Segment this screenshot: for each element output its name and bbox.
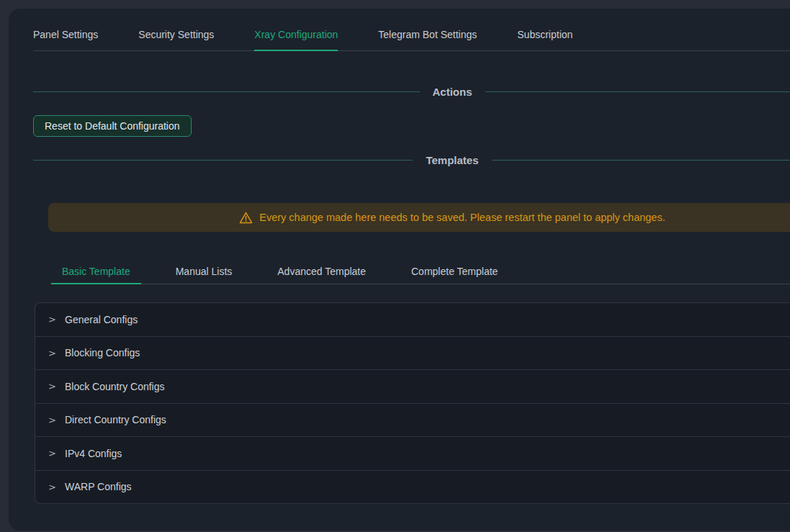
- chevron-right-icon: >: [48, 348, 55, 358]
- tab-panel-settings[interactable]: Panel Settings: [33, 29, 98, 50]
- warning-triangle-icon: [239, 211, 253, 225]
- subtab-manual-lists[interactable]: Manual Lists: [165, 266, 243, 284]
- tab-telegram-bot-settings[interactable]: Telegram Bot Settings: [378, 29, 477, 50]
- divider-line: [485, 91, 790, 92]
- chevron-right-icon: >: [48, 482, 55, 492]
- template-tab-bar: Basic Template Manual Lists Advanced Tem…: [51, 266, 790, 284]
- tab-subscription[interactable]: Subscription: [517, 29, 573, 50]
- collapse-row-label: Blocking Configs: [65, 347, 140, 359]
- collapse-row-general-configs[interactable]: > General Configs: [35, 303, 790, 337]
- restart-warning-text: Every change made here needs to be saved…: [259, 212, 665, 223]
- collapse-row-direct-country-configs[interactable]: > Direct Country Configs: [35, 404, 790, 438]
- restart-warning-alert: Every change made here needs to be saved…: [48, 203, 790, 232]
- subtab-advanced-template[interactable]: Advanced Template: [266, 266, 377, 284]
- divider-line: [33, 91, 420, 92]
- templates-section-title: Templates: [426, 154, 478, 166]
- collapse-row-block-country-configs[interactable]: > Block Country Configs: [35, 370, 790, 404]
- collapse-row-label: Direct Country Configs: [65, 414, 166, 425]
- divider-line: [33, 160, 413, 161]
- tab-xray-configuration[interactable]: Xray Configuration: [254, 29, 338, 50]
- settings-card: Panel Settings Security Settings Xray Co…: [9, 9, 790, 531]
- divider-line: [492, 160, 790, 161]
- chevron-right-icon: >: [48, 415, 55, 425]
- collapse-row-warp-configs[interactable]: > WARP Configs: [35, 471, 790, 504]
- collapse-row-ipv4-configs[interactable]: > IPv4 Configs: [35, 437, 790, 471]
- settings-tab-bar: Panel Settings Security Settings Xray Co…: [33, 29, 790, 51]
- collapse-row-blocking-configs[interactable]: > Blocking Configs: [35, 337, 790, 371]
- chevron-right-icon: >: [48, 448, 55, 458]
- collapse-row-label: Block Country Configs: [65, 381, 165, 392]
- actions-divider: Actions: [33, 84, 790, 99]
- collapse-row-label: General Configs: [65, 314, 138, 325]
- templates-divider: Templates: [33, 153, 790, 167]
- configs-collapse-list: > General Configs > Blocking Configs > B…: [35, 302, 790, 504]
- subtab-basic-template[interactable]: Basic Template: [51, 266, 141, 284]
- actions-section-title: Actions: [433, 86, 472, 98]
- collapse-row-label: WARP Configs: [65, 481, 132, 492]
- subtab-complete-template[interactable]: Complete Template: [400, 266, 508, 284]
- collapse-row-label: IPv4 Configs: [65, 448, 122, 459]
- chevron-right-icon: >: [48, 315, 55, 324]
- tab-security-settings[interactable]: Security Settings: [138, 29, 214, 50]
- chevron-right-icon: >: [48, 382, 55, 391]
- reset-default-configuration-button[interactable]: Reset to Default Configuration: [33, 115, 192, 137]
